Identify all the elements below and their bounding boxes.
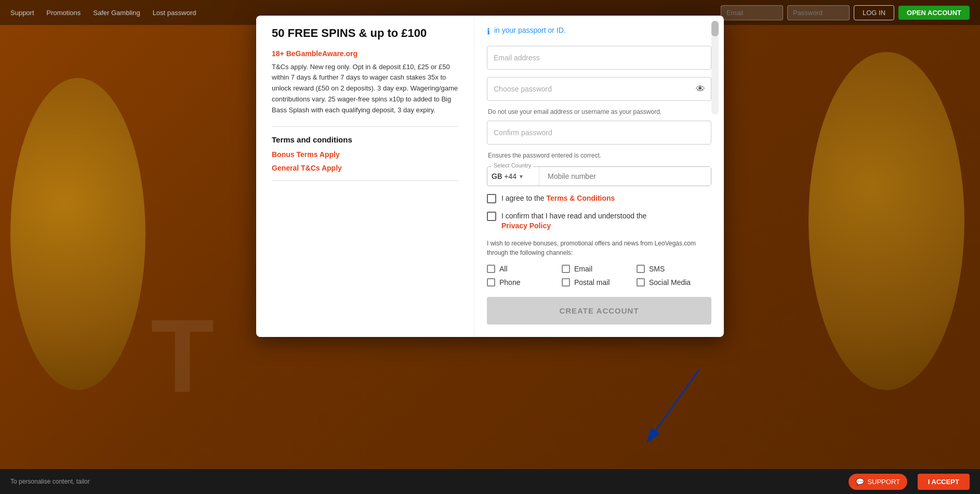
password-field-wrap: 👁 [487,77,711,101]
email-input[interactable] [487,46,711,70]
channel-all-label: All [499,265,508,273]
terms-checkbox[interactable] [487,194,496,203]
privacy-checkbox-row: I confirm that I have read and understoo… [487,211,711,231]
country-code: +44 [504,172,517,180]
channel-postal-label: Postal mail [574,278,610,287]
phone-row: Select Country GB +44 ▼ [487,166,711,186]
channel-all-checkbox[interactable] [487,265,495,273]
confirm-password-hint: Ensures the password entered is correct. [488,152,711,159]
channels-grid: All Email SMS Phone Postal mail [487,265,711,287]
general-terms-link[interactable]: General T&Cs Apply [272,164,458,172]
channel-all: All [487,265,562,273]
channel-sms: SMS [637,265,711,273]
password-hint: Do not use your email address or usernam… [488,108,711,115]
divider-1 [272,126,458,127]
info-icon: ℹ [487,27,490,36]
confirm-password-field-wrap [487,121,711,145]
registration-modal: 50 FREE SPINS & up to £100 18+ BeGambleA… [256,16,724,337]
promo-title: 50 FREE SPINS & up to £100 [272,26,458,41]
channel-phone-label: Phone [499,278,520,287]
modal-overlay: 50 FREE SPINS & up to £100 18+ BeGambleA… [0,0,980,494]
email-field-wrap [487,46,711,70]
eye-icon[interactable]: 👁 [696,84,705,95]
terms-link[interactable]: Terms & Conditions [546,194,615,202]
scroll-indicator[interactable] [711,21,719,114]
divider-2 [272,180,458,181]
channel-postal: Postal mail [562,278,637,287]
privacy-checkbox[interactable] [487,212,496,221]
channel-social-checkbox[interactable] [637,278,645,287]
channel-email-checkbox[interactable] [562,265,570,273]
terms-title: Terms and conditions [272,135,458,144]
info-row: ℹ in your passport or ID. [487,26,711,36]
channel-social: Social Media [637,278,711,287]
country-flag: GB [492,172,502,180]
channel-phone: Phone [487,278,562,287]
create-account-button[interactable]: CREATE ACCOUNT [487,297,711,324]
bonus-terms-link[interactable]: Bonus Terms Apply [272,150,458,159]
terms-label: I agree to the Terms & Conditions [501,193,615,204]
password-input[interactable] [487,77,711,101]
channel-phone-checkbox[interactable] [487,278,495,287]
promo-text: T&Cs apply. New reg only. Opt in & depos… [272,62,458,116]
arrow-annotation [606,359,710,463]
channel-postal-checkbox[interactable] [562,278,570,287]
channel-email: Email [562,265,637,273]
chevron-down-icon: ▼ [519,174,524,179]
phone-input[interactable] [544,167,711,186]
terms-checkbox-row: I agree to the Terms & Conditions [487,193,711,204]
channel-sms-checkbox[interactable] [637,265,645,273]
modal-left-panel: 50 FREE SPINS & up to £100 18+ BeGambleA… [256,16,474,337]
info-text: in your passport or ID. [494,26,566,34]
confirm-password-input[interactable] [487,121,711,145]
channel-sms-label: SMS [649,265,665,273]
gamble-aware-link[interactable]: 18+ BeGambleAware.org [272,49,458,58]
channel-email-label: Email [574,265,592,273]
country-label: Select Country [492,162,533,168]
modal-right-panel: ℹ in your passport or ID. 👁 Do not use y… [474,16,724,337]
promo-consent-text: I wish to receive bonuses, promotional o… [487,239,711,257]
privacy-label: I confirm that I have read and understoo… [501,211,646,231]
channel-social-label: Social Media [649,278,691,287]
privacy-link[interactable]: Privacy Policy [501,222,551,230]
scroll-thumb [711,21,719,36]
country-select[interactable]: GB +44 ▼ [487,167,539,186]
svg-line-1 [647,369,699,442]
